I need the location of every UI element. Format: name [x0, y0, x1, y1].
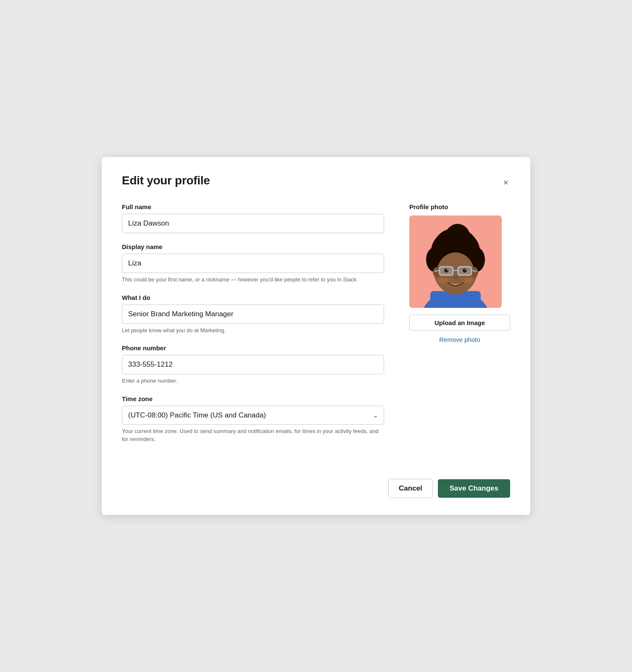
close-icon: ×: [503, 177, 508, 188]
close-button[interactable]: ×: [501, 176, 510, 190]
svg-point-27: [438, 278, 448, 284]
what-i-do-label: What I do: [122, 294, 384, 301]
svg-point-25: [465, 269, 466, 270]
time-zone-hint: Your current time zone. Used to send sum…: [122, 427, 384, 444]
svg-point-26: [453, 276, 458, 279]
save-button-label: Save Changes: [450, 484, 498, 492]
time-zone-label: Time zone: [122, 395, 384, 402]
upload-button-label: Upload an Image: [434, 319, 485, 326]
remove-photo-link[interactable]: Remove photo: [409, 336, 510, 343]
profile-photo: [409, 215, 502, 308]
profile-photo-container: [409, 215, 502, 308]
phone-number-label: Phone number: [122, 344, 384, 352]
profile-photo-label: Profile photo: [409, 203, 510, 210]
full-name-label: Full name: [122, 203, 384, 210]
svg-point-28: [463, 278, 473, 284]
cancel-button-label: Cancel: [399, 484, 422, 492]
full-name-group: Full name: [122, 203, 384, 233]
remove-photo-label: Remove photo: [439, 336, 480, 343]
edit-profile-modal: Edit your profile × Full name Display na…: [102, 157, 530, 515]
modal-title: Edit your profile: [122, 174, 210, 187]
what-i-do-input[interactable]: [122, 304, 384, 324]
phone-number-group: Phone number Enter a phone number.: [122, 344, 384, 385]
display-name-label: Display name: [122, 243, 384, 250]
svg-point-9: [453, 230, 471, 250]
modal-overlay: Edit your profile × Full name Display na…: [0, 0, 632, 672]
what-i-do-group: What I do Let people know what you do at…: [122, 294, 384, 335]
save-changes-button[interactable]: Save Changes: [438, 479, 510, 498]
modal-footer: Cancel Save Changes: [122, 470, 510, 498]
display-name-input[interactable]: [122, 254, 384, 273]
phone-number-input[interactable]: [122, 355, 384, 374]
svg-point-24: [447, 269, 448, 270]
form-section: Full name Display name This could be you…: [122, 203, 384, 454]
time-zone-select[interactable]: (UTC-12:00) International Date Line West…: [122, 406, 384, 425]
upload-image-button[interactable]: Upload an Image: [409, 315, 510, 331]
photo-section: Profile photo: [409, 203, 510, 454]
time-zone-group: Time zone (UTC-12:00) International Date…: [122, 395, 384, 444]
svg-point-22: [444, 268, 448, 273]
time-zone-select-wrapper: (UTC-12:00) International Date Line West…: [122, 406, 384, 425]
phone-number-hint: Enter a phone number.: [122, 377, 384, 385]
display-name-group: Display name This could be your first na…: [122, 243, 384, 284]
full-name-input[interactable]: [122, 214, 384, 233]
what-i-do-hint: Let people know what you do at Marketing…: [122, 326, 384, 335]
modal-body: Full name Display name This could be you…: [122, 203, 510, 454]
svg-point-23: [463, 268, 467, 273]
display-name-hint: This could be your first name, or a nick…: [122, 276, 384, 284]
modal-header: Edit your profile ×: [122, 174, 510, 190]
cancel-button[interactable]: Cancel: [388, 479, 433, 498]
